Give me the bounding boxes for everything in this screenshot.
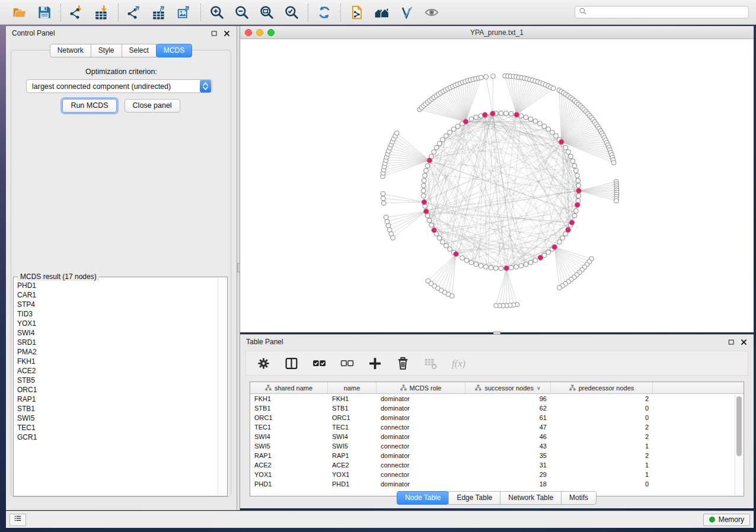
result-node[interactable]: FKH1 [16, 357, 216, 366]
table-row[interactable]: STB1STB1dominator620 [250, 403, 744, 413]
table-cell: connector [377, 443, 465, 450]
zoom-in-icon[interactable] [208, 4, 226, 21]
tab-network[interactable]: Network [50, 44, 91, 57]
node-table-header: shared namenameMCDS rolesuccessor nodes∨… [250, 382, 744, 394]
save-icon[interactable] [36, 4, 53, 21]
layout-refresh-icon[interactable] [315, 4, 333, 21]
gear-icon[interactable] [254, 354, 272, 372]
network-canvas[interactable] [240, 39, 754, 332]
memory-button-label: Memory [719, 515, 744, 524]
hide-visual-icon[interactable] [398, 4, 416, 21]
result-node[interactable]: STP4 [16, 300, 216, 309]
float-panel-icon[interactable] [210, 30, 218, 37]
table-row[interactable]: PHD1PHD1dominator180 [250, 479, 744, 489]
mcds-result-list[interactable]: PHD1CAR1STP4TID3YOX1SWI4SRD1PMA2FKH1ACE2… [16, 281, 216, 493]
select-all-icon[interactable] [310, 354, 328, 372]
column-header-name[interactable]: name [328, 382, 377, 393]
new-network-doc-icon[interactable] [348, 4, 366, 21]
close-panel-button[interactable]: Close panel [125, 99, 180, 113]
table-row[interactable]: RAP1RAP1dominator352 [250, 451, 744, 460]
table-cell: connector [377, 471, 465, 478]
zoom-out-icon[interactable] [233, 4, 251, 21]
criterion-select-value: largest connected component (undirected) [27, 82, 200, 91]
svg-text:f(x): f(x) [452, 357, 466, 368]
table-scrollbar-thumb[interactable] [736, 396, 742, 456]
control-panel: Control Panel NetworkStyleSelectMCDS Opt… [6, 26, 237, 510]
table-row[interactable]: FKH1FKH1dominator962 [250, 394, 744, 403]
result-node[interactable]: PMA2 [16, 347, 216, 357]
table-row[interactable]: ORC1ORC1dominator610 [250, 413, 744, 422]
export-image-icon[interactable] [176, 4, 193, 21]
result-node[interactable]: GCR1 [16, 432, 216, 442]
zoom-fit-icon[interactable] [258, 4, 276, 21]
table-row[interactable]: ACE2ACE2connector311 [250, 460, 744, 470]
search-input[interactable] [589, 8, 745, 17]
table-cell: dominator [377, 395, 465, 402]
export-network-icon[interactable] [126, 4, 143, 21]
table-row[interactable]: SWI4SWI4dominator462 [250, 432, 744, 441]
table-cell: FKH1 [250, 395, 328, 402]
result-node[interactable]: TEC1 [16, 423, 216, 432]
table-cell: PHD1 [328, 480, 377, 488]
network-overview-icon[interactable] [373, 4, 391, 21]
add-row-icon[interactable] [366, 354, 384, 372]
tab-select[interactable]: Select [122, 44, 157, 57]
tab-mcds[interactable]: MCDS [156, 44, 192, 57]
deselect-all-icon[interactable] [338, 354, 356, 372]
table-cell: 0 [551, 480, 653, 488]
criterion-select[interactable]: largest connected component (undirected) [26, 79, 212, 93]
delete-row-icon[interactable] [394, 354, 412, 372]
result-node[interactable]: ACE2 [16, 366, 216, 376]
result-node[interactable]: CAR1 [16, 290, 216, 300]
zoom-selected-icon[interactable] [283, 4, 301, 21]
show-eye-icon[interactable] [423, 4, 441, 21]
tab-network-table[interactable]: Network Table [500, 491, 562, 505]
table-cell: YOX1 [328, 471, 377, 478]
column-header-successor-nodes[interactable]: successor nodes∨ [465, 382, 551, 393]
task-history-button[interactable] [9, 514, 26, 526]
split-panel-icon[interactable] [282, 354, 300, 372]
table-toolbar: f(x) [245, 351, 748, 376]
table-scrollbar[interactable] [735, 395, 743, 495]
result-scrollbar[interactable] [218, 278, 227, 495]
run-mcds-button[interactable]: Run MCDS [62, 99, 116, 113]
table-cell: 2 [551, 452, 653, 459]
export-table-icon[interactable] [151, 4, 168, 21]
table-cell: PHD1 [250, 480, 328, 488]
result-node[interactable]: STB5 [16, 376, 216, 385]
result-node[interactable]: STB1 [16, 404, 216, 414]
result-node[interactable]: PHD1 [16, 281, 216, 290]
result-node[interactable]: YOX1 [16, 319, 216, 328]
close-panel-icon[interactable] [740, 338, 748, 346]
float-panel-icon[interactable] [728, 338, 735, 346]
search-box[interactable] [575, 6, 749, 18]
result-node[interactable]: ORC1 [16, 385, 216, 395]
tab-node-table[interactable]: Node Table [397, 491, 449, 505]
close-panel-icon[interactable] [223, 30, 231, 37]
table-row[interactable]: YOX1YOX1connector291 [250, 470, 744, 479]
column-header-MCDS-role[interactable]: MCDS role [377, 382, 465, 393]
table-cell: 47 [465, 424, 551, 431]
table-cell: 1 [551, 443, 653, 450]
import-table-icon[interactable] [93, 4, 111, 21]
table-row[interactable]: SWI5SWI5connector431 [250, 441, 744, 451]
memory-button[interactable]: Memory [703, 514, 750, 526]
open-icon[interactable] [11, 4, 28, 21]
network-graph[interactable] [240, 39, 754, 332]
result-node[interactable]: SWI4 [16, 328, 216, 338]
result-node[interactable]: SWI5 [16, 414, 216, 423]
tab-style[interactable]: Style [91, 44, 122, 57]
result-node[interactable]: SRD1 [16, 338, 216, 347]
table-row[interactable]: TEC1TEC1connector472 [250, 422, 744, 432]
table-cell: 61 [465, 414, 551, 421]
tab-motifs[interactable]: Motifs [561, 491, 596, 505]
mcds-result-title: MCDS result (17 nodes) [18, 273, 99, 281]
column-header-shared-name[interactable]: shared name [250, 382, 328, 393]
tab-edge-table[interactable]: Edge Table [448, 491, 500, 505]
result-node[interactable]: TID3 [16, 309, 216, 319]
import-network-icon[interactable] [68, 4, 86, 21]
sort-desc-icon: ∨ [537, 385, 541, 391]
control-panel-tabs: NetworkStyleSelectMCDS [6, 44, 237, 57]
result-node[interactable]: RAP1 [16, 395, 216, 404]
column-header-predecessor-nodes[interactable]: predecessor nodes [551, 382, 653, 393]
